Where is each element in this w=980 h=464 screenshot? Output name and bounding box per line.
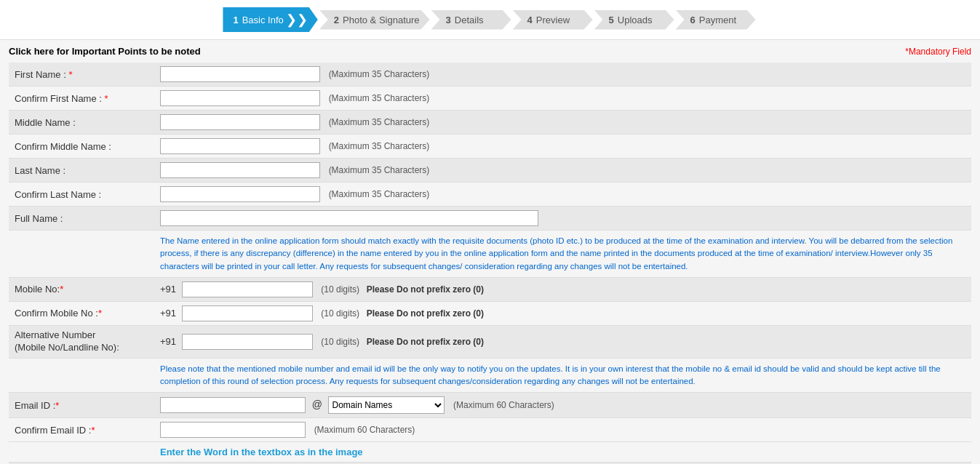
confirm-first-name-row: Confirm First Name : * (Maximum 35 Chara…	[9, 87, 971, 111]
step-6-payment[interactable]: 6 Payment	[676, 10, 756, 30]
confirm-middle-name-label: Confirm Middle Name :	[9, 135, 154, 159]
captcha-label-cell: Enter the Word in the textbox as in the …	[154, 442, 971, 463]
mandatory-note: *Mandatory Field	[905, 47, 971, 57]
top-bar: Click here for Important Points to be no…	[9, 46, 971, 57]
wizard-navigation: 1 Basic Info ❯❯ 2 Photo & Signature 3 De…	[0, 0, 980, 40]
middle-name-hint: (Maximum 35 Characters)	[329, 117, 430, 127]
middle-name-cell: (Maximum 35 Characters)	[154, 111, 971, 135]
confirm-email-input[interactable]	[160, 422, 306, 438]
form-table: First Name : * (Maximum 35 Characters) C…	[9, 63, 971, 464]
mobile-prefix: +91	[160, 284, 176, 295]
mobile-hint: (10 digits)	[321, 284, 359, 295]
confirm-middle-name-cell: (Maximum 35 Characters)	[154, 135, 971, 159]
alt-prefix: +91	[160, 336, 176, 347]
confirm-first-name-hint: (Maximum 35 Characters)	[329, 93, 430, 103]
mobile-required: *	[60, 284, 63, 295]
confirm-middle-name-row: Confirm Middle Name : (Maximum 35 Charac…	[9, 135, 971, 159]
important-points-link[interactable]: Click here for Important Points to be no…	[9, 46, 201, 57]
step-4-preview[interactable]: 4 Preview	[513, 10, 593, 30]
first-name-cell: (Maximum 35 Characters)	[154, 63, 971, 87]
email-input[interactable]	[160, 397, 306, 413]
email-required: *	[55, 400, 59, 411]
confirm-last-name-input[interactable]	[160, 186, 320, 202]
mobile-no-label: Mobile No:*	[9, 277, 154, 301]
confirm-mobile-row: Confirm Mobile No :* +91 (10 digits) Ple…	[9, 301, 971, 325]
confirm-mobile-cell: +91 (10 digits) Please Do not prefix zer…	[154, 301, 971, 325]
last-name-row: Last Name : (Maximum 35 Characters)	[9, 159, 971, 183]
full-name-row: Full Name :	[9, 207, 971, 231]
confirm-last-name-row: Confirm Last Name : (Maximum 35 Characte…	[9, 183, 971, 207]
alt-number-cell: +91 (10 digits) Please Do not prefix zer…	[154, 325, 971, 358]
last-name-input[interactable]	[160, 162, 320, 178]
last-name-hint: (Maximum 35 Characters)	[329, 165, 430, 175]
alt-bold-hint: Please Do not prefix zero (0)	[367, 337, 484, 347]
step-1-number: 1	[233, 15, 238, 25]
step-2-number: 2	[334, 15, 339, 25]
first-name-row: First Name : * (Maximum 35 Characters)	[9, 63, 971, 87]
step-1-arrows: ❯❯	[286, 12, 308, 28]
at-symbol: @	[312, 399, 322, 410]
email-label: Email ID :*	[9, 393, 154, 418]
confirm-email-label: Confirm Email ID :*	[9, 418, 154, 442]
alt-number-row: Alternative Number(Mobile No/Landline No…	[9, 325, 971, 358]
step-5-uploads[interactable]: 5 Uploads	[594, 10, 674, 30]
name-info-text: The Name entered in the online applicati…	[160, 236, 952, 271]
confirm-middle-name-hint: (Maximum 35 Characters)	[329, 141, 430, 151]
step-1-basic-info[interactable]: 1 Basic Info ❯❯	[223, 7, 317, 32]
email-row: Email ID :* @ Domain Names gmail.com yah…	[9, 393, 971, 418]
alt-number-input[interactable]	[182, 334, 313, 350]
step-6-label: Payment	[699, 15, 736, 25]
captcha-label-spacer	[9, 442, 154, 463]
cm-required: *	[98, 308, 102, 319]
step-3-label: Details	[455, 15, 484, 25]
step-5-label: Uploads	[618, 15, 653, 25]
email-cell: @ Domain Names gmail.com yahoo.com hotma…	[154, 393, 971, 418]
confirm-last-name-label: Confirm Last Name :	[9, 183, 154, 207]
name-info-spacer	[9, 231, 154, 278]
email-hint: (Maximum 60 Characters)	[453, 400, 554, 410]
step-3-details[interactable]: 3 Details	[431, 10, 511, 30]
confirm-mobile-hint: (10 digits)	[321, 308, 359, 319]
ce-required: *	[91, 425, 95, 436]
confirm-middle-name-input[interactable]	[160, 138, 320, 154]
first-name-input[interactable]	[160, 66, 320, 82]
name-info-cell: The Name entered in the online applicati…	[154, 231, 971, 278]
first-name-label: First Name : *	[9, 63, 154, 87]
mobile-info-text: Please note that the mentioned mobile nu…	[160, 364, 941, 385]
step-3-number: 3	[446, 15, 451, 25]
mobile-info-row: Please note that the mentioned mobile nu…	[9, 358, 971, 393]
first-name-required: *	[68, 69, 72, 80]
cfn-required: *	[105, 93, 108, 104]
main-content: Click here for Important Points to be no…	[0, 40, 980, 464]
confirm-first-name-input[interactable]	[160, 90, 320, 106]
confirm-first-name-label: Confirm First Name : *	[9, 87, 154, 111]
middle-name-row: Middle Name : (Maximum 35 Characters)	[9, 111, 971, 135]
alt-number-label: Alternative Number(Mobile No/Landline No…	[9, 325, 154, 358]
last-name-label: Last Name :	[9, 159, 154, 183]
confirm-email-hint: (Maximum 60 Characters)	[314, 425, 415, 435]
step-2-photo[interactable]: 2 Photo & Signature	[319, 10, 430, 30]
captcha-label-row: Enter the Word in the textbox as in the …	[9, 442, 971, 463]
full-name-label: Full Name :	[9, 207, 154, 231]
last-name-cell: (Maximum 35 Characters)	[154, 159, 971, 183]
full-name-input[interactable]	[160, 210, 538, 226]
domain-select[interactable]: Domain Names gmail.com yahoo.com hotmail…	[328, 396, 445, 414]
name-info-row: The Name entered in the online applicati…	[9, 231, 971, 278]
confirm-email-row: Confirm Email ID :* (Maximum 60 Characte…	[9, 418, 971, 442]
step-2-label: Photo & Signature	[343, 15, 420, 25]
step-1-label: Basic Info	[242, 15, 284, 25]
confirm-last-name-cell: (Maximum 35 Characters)	[154, 183, 971, 207]
confirm-email-cell: (Maximum 60 Characters)	[154, 418, 971, 442]
mobile-no-input[interactable]	[182, 281, 313, 297]
mobile-info-spacer	[9, 358, 154, 393]
confirm-mobile-prefix: +91	[160, 308, 176, 319]
confirm-last-name-hint: (Maximum 35 Characters)	[329, 189, 430, 199]
middle-name-input[interactable]	[160, 114, 320, 130]
mobile-no-cell: +91 (10 digits) Please Do not prefix zer…	[154, 277, 971, 301]
mobile-no-row: Mobile No:* +91 (10 digits) Please Do no…	[9, 277, 971, 301]
confirm-mobile-input[interactable]	[182, 305, 313, 321]
mobile-info-cell: Please note that the mentioned mobile nu…	[154, 358, 971, 393]
middle-name-label: Middle Name :	[9, 111, 154, 135]
full-name-cell	[154, 207, 971, 231]
mobile-bold-hint: Please Do not prefix zero (0)	[367, 284, 484, 295]
